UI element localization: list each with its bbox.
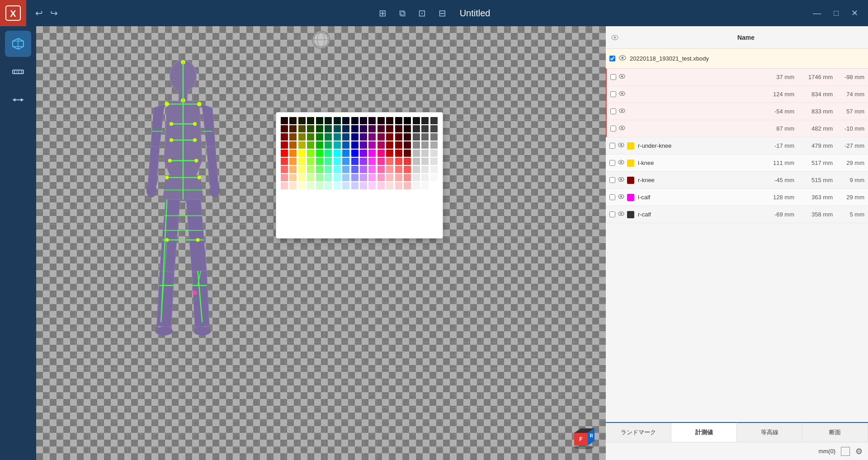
color-cell[interactable] xyxy=(421,182,429,189)
color-cell[interactable] xyxy=(421,133,429,141)
color-cell[interactable] xyxy=(404,158,411,165)
color-cell[interactable] xyxy=(334,150,341,157)
color-cell[interactable] xyxy=(281,133,288,141)
color-cell[interactable] xyxy=(351,182,359,189)
color-cell[interactable] xyxy=(404,141,411,149)
sidebar-item-measure[interactable] xyxy=(5,59,31,85)
color-cell[interactable] xyxy=(298,182,306,189)
undo-icon[interactable]: ↩ xyxy=(35,8,43,19)
file-eye-icon[interactable] xyxy=(619,54,626,63)
color-cell[interactable] xyxy=(289,182,297,189)
row-checkbox-h4[interactable] xyxy=(610,126,616,131)
tab-icon-4[interactable]: ⊟ xyxy=(436,5,449,21)
color-cell[interactable] xyxy=(316,158,323,165)
color-cell[interactable] xyxy=(413,166,420,173)
color-cell[interactable] xyxy=(307,117,314,124)
redo-icon[interactable]: ↪ xyxy=(50,8,58,19)
color-cell[interactable] xyxy=(298,125,306,132)
color-cell[interactable] xyxy=(342,133,349,141)
color-cell[interactable] xyxy=(281,174,288,181)
color-cell[interactable] xyxy=(325,174,332,181)
color-cell[interactable] xyxy=(281,182,288,189)
color-cell[interactable] xyxy=(430,133,438,141)
color-cell[interactable] xyxy=(289,117,297,124)
color-cell[interactable] xyxy=(377,182,385,189)
color-cell[interactable] xyxy=(281,125,288,132)
color-cell[interactable] xyxy=(325,182,332,189)
color-cell[interactable] xyxy=(289,150,297,157)
color-cell[interactable] xyxy=(307,125,314,132)
navigation-sphere[interactable] xyxy=(312,31,330,49)
row-eye-h2[interactable] xyxy=(619,90,625,99)
color-cell[interactable] xyxy=(395,141,402,149)
row-color-swatch[interactable] xyxy=(627,194,634,201)
color-cell[interactable] xyxy=(307,166,314,173)
color-cell[interactable] xyxy=(430,182,438,189)
color-cell[interactable] xyxy=(298,133,306,141)
color-cell[interactable] xyxy=(325,133,332,141)
color-cell[interactable] xyxy=(281,150,288,157)
color-cell[interactable] xyxy=(316,182,323,189)
color-cell[interactable] xyxy=(334,125,341,132)
color-cell[interactable] xyxy=(298,141,306,149)
color-cell[interactable] xyxy=(386,158,393,165)
maximize-button[interactable]: □ xyxy=(829,7,843,20)
color-cell[interactable] xyxy=(351,133,359,141)
color-cell[interactable] xyxy=(377,133,385,141)
file-checkbox[interactable] xyxy=(609,56,615,61)
color-cell[interactable] xyxy=(281,117,288,124)
color-cell[interactable] xyxy=(325,125,332,132)
row-eye-h4[interactable] xyxy=(619,125,625,133)
color-cell[interactable] xyxy=(421,117,429,124)
color-cell[interactable] xyxy=(316,174,323,181)
color-cell[interactable] xyxy=(368,182,376,189)
compass-cube[interactable]: F R xyxy=(570,424,597,451)
color-cell[interactable] xyxy=(342,166,349,173)
color-cell[interactable] xyxy=(404,182,411,189)
color-cell[interactable] xyxy=(430,141,438,149)
color-cell[interactable] xyxy=(413,150,420,157)
tab-icon-1[interactable]: ⊞ xyxy=(376,5,389,21)
row-color-swatch[interactable] xyxy=(627,177,634,184)
row-eye-2[interactable] xyxy=(618,176,624,184)
tab-contour[interactable]: 等高線 xyxy=(737,423,802,442)
color-cell[interactable] xyxy=(342,150,349,157)
row-color-swatch[interactable] xyxy=(627,142,634,150)
color-cell[interactable] xyxy=(360,133,367,141)
color-cell[interactable] xyxy=(316,166,323,173)
color-cell[interactable] xyxy=(342,125,349,132)
row-color-swatch[interactable] xyxy=(627,211,634,218)
color-cell[interactable] xyxy=(289,166,297,173)
color-cell[interactable] xyxy=(298,166,306,173)
color-cell[interactable] xyxy=(334,174,341,181)
color-cell[interactable] xyxy=(316,125,323,132)
color-cell[interactable] xyxy=(395,150,402,157)
color-cell[interactable] xyxy=(289,141,297,149)
color-cell[interactable] xyxy=(325,166,332,173)
color-cell[interactable] xyxy=(377,166,385,173)
row-checkbox-1[interactable] xyxy=(609,160,615,166)
color-cell[interactable] xyxy=(430,150,438,157)
unit-box[interactable] xyxy=(841,447,850,456)
color-cell[interactable] xyxy=(386,117,393,124)
viewport[interactable]: F R xyxy=(36,26,606,460)
color-cell[interactable] xyxy=(386,141,393,149)
row-eye-3[interactable] xyxy=(618,193,624,202)
color-cell[interactable] xyxy=(395,166,402,173)
settings-icon[interactable]: ⚙ xyxy=(855,446,863,456)
color-cell[interactable] xyxy=(360,182,367,189)
color-cell[interactable] xyxy=(430,117,438,124)
color-cell[interactable] xyxy=(386,125,393,132)
color-cell[interactable] xyxy=(325,150,332,157)
color-cell[interactable] xyxy=(334,166,341,173)
color-cell[interactable] xyxy=(325,141,332,149)
color-cell[interactable] xyxy=(334,141,341,149)
color-cell[interactable] xyxy=(360,150,367,157)
color-cell[interactable] xyxy=(395,182,402,189)
color-cell[interactable] xyxy=(281,141,288,149)
color-cell[interactable] xyxy=(342,158,349,165)
color-cell[interactable] xyxy=(316,133,323,141)
color-cell[interactable] xyxy=(430,166,438,173)
color-cell[interactable] xyxy=(421,125,429,132)
color-cell[interactable] xyxy=(386,166,393,173)
